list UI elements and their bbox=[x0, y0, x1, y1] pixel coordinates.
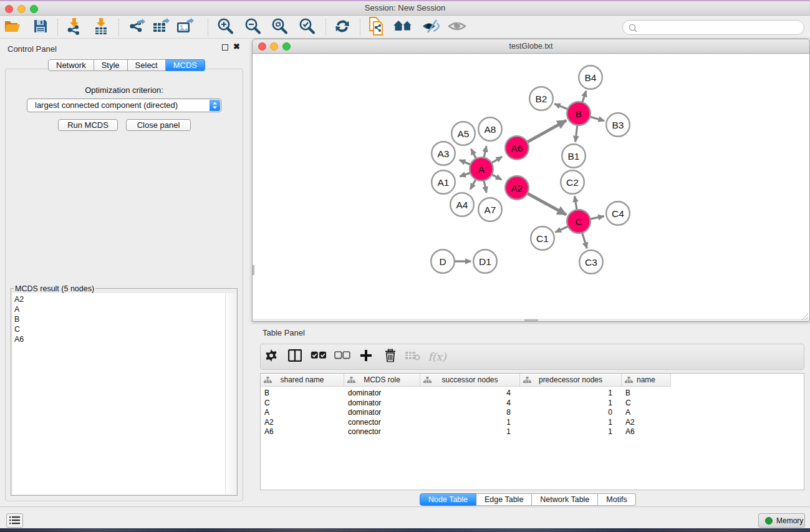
column-header-name[interactable]: name bbox=[622, 374, 671, 386]
network-canvas[interactable]: AA1A2A3A4A5A6A7A8BB1B2B3B4CC1C2C3C4DD1 bbox=[253, 54, 809, 320]
table-tab-motifs[interactable]: Motifs bbox=[598, 493, 635, 506]
mcds-result-item[interactable]: A6 bbox=[12, 334, 226, 344]
export-table-icon[interactable] bbox=[152, 18, 170, 37]
edge-B-B4[interactable] bbox=[582, 91, 586, 102]
zoom-out-icon[interactable] bbox=[244, 17, 261, 37]
table-row-A[interactable]: Adominator80A bbox=[261, 408, 804, 418]
optimization-criterion-value: largest connected component (directed) bbox=[35, 100, 178, 110]
memory-button[interactable]: Memory bbox=[758, 513, 805, 528]
table-row-B[interactable]: Bdominator41B bbox=[261, 389, 804, 399]
edge-B-B2[interactable] bbox=[554, 104, 567, 109]
table-panel-tabs: Node TableEdge TableNetwork TableMotifs bbox=[420, 493, 636, 506]
edge-A-A1[interactable] bbox=[460, 173, 470, 177]
network-vscrollbar-thumb[interactable] bbox=[253, 265, 254, 275]
mcds-result-list[interactable]: A2ABCA6 bbox=[12, 293, 226, 494]
export-image-icon[interactable] bbox=[176, 18, 195, 37]
node-label-B3: B3 bbox=[612, 120, 624, 130]
refresh-icon[interactable] bbox=[334, 18, 350, 37]
run-mcds-button[interactable]: Run MCDS bbox=[58, 119, 118, 131]
tab-style[interactable]: Style bbox=[94, 59, 128, 71]
edge-C-C3[interactable] bbox=[582, 233, 587, 248]
mcds-result-scrollbar[interactable] bbox=[225, 293, 236, 494]
control-panel-close-icon[interactable]: ✖ bbox=[233, 42, 240, 51]
open-session-icon[interactable] bbox=[4, 19, 21, 36]
edge-A-A5[interactable] bbox=[471, 149, 476, 158]
delete-table-icon[interactable] bbox=[405, 351, 420, 363]
edge-B-B1[interactable] bbox=[576, 125, 577, 142]
table-row-C[interactable]: Cdominator41C bbox=[261, 399, 804, 409]
minimize-window-button[interactable] bbox=[17, 5, 26, 13]
table-tab-network-table[interactable]: Network Table bbox=[532, 493, 598, 506]
column-header-shared-name[interactable]: shared name bbox=[261, 374, 344, 386]
cell: A bbox=[261, 408, 344, 418]
edge-A2-C[interactable] bbox=[528, 193, 566, 215]
table-tab-edge-table[interactable]: Edge Table bbox=[476, 493, 532, 506]
column-header-MCDS-role[interactable]: MCDS role bbox=[344, 374, 420, 386]
edge-C-C4[interactable] bbox=[590, 216, 604, 220]
network-close-button[interactable] bbox=[258, 42, 266, 51]
show-eye-icon[interactable] bbox=[448, 19, 466, 36]
export-network-icon[interactable] bbox=[128, 18, 146, 37]
task-history-button[interactable] bbox=[6, 513, 23, 528]
table-row-A6[interactable]: A6connector11A6 bbox=[261, 427, 804, 437]
deselect-all-rows-icon[interactable] bbox=[334, 351, 350, 362]
control-panel-float-icon[interactable] bbox=[222, 44, 228, 51]
zoom-selected-icon[interactable] bbox=[298, 17, 316, 37]
mcds-result-item[interactable]: A2 bbox=[12, 294, 226, 304]
edge-C-C2[interactable] bbox=[575, 196, 577, 210]
node-label-B4: B4 bbox=[585, 72, 597, 83]
tab-network[interactable]: Network bbox=[48, 59, 94, 71]
table-row-A2[interactable]: A2connector11A2 bbox=[261, 418, 804, 428]
network-window-titlebar[interactable]: testGlobe.txt bbox=[253, 39, 809, 54]
maximize-window-button[interactable] bbox=[30, 5, 38, 13]
close-panel-button[interactable]: Close panel bbox=[126, 119, 191, 131]
column-header-predecessor-nodes[interactable]: predecessor nodes bbox=[520, 374, 622, 386]
tab-mcds[interactable]: MCDS bbox=[166, 59, 205, 71]
close-window-button[interactable] bbox=[5, 5, 13, 13]
delete-column-icon[interactable] bbox=[385, 349, 396, 365]
clone-network-icon[interactable] bbox=[369, 17, 385, 38]
add-column-icon[interactable] bbox=[360, 350, 372, 364]
tab-select[interactable]: Select bbox=[128, 59, 166, 71]
import-network-icon[interactable] bbox=[66, 17, 82, 37]
table-settings-icon[interactable] bbox=[265, 349, 277, 364]
control-panel-title: Control Panel bbox=[7, 44, 57, 54]
network-maximize-button[interactable] bbox=[282, 42, 291, 51]
table-columns-icon[interactable] bbox=[288, 349, 302, 364]
edge-A6-B[interactable] bbox=[527, 120, 566, 142]
cell: dominator bbox=[344, 399, 420, 409]
edge-A-A2[interactable] bbox=[492, 175, 502, 180]
zoom-fit-icon[interactable] bbox=[271, 17, 288, 37]
save-session-icon[interactable] bbox=[33, 19, 48, 36]
main-toolbar bbox=[0, 16, 810, 39]
mcds-result-item[interactable]: A bbox=[12, 304, 226, 314]
optimization-criterion-label: Optimization criterion: bbox=[6, 85, 243, 95]
edge-A-A6[interactable] bbox=[491, 157, 502, 163]
select-all-rows-icon[interactable] bbox=[311, 351, 327, 362]
edge-A-A3[interactable] bbox=[460, 160, 471, 165]
function-builder-icon[interactable]: f(x) bbox=[428, 351, 446, 363]
mcds-result-item[interactable]: C bbox=[12, 324, 226, 334]
column-header-successor-nodes[interactable]: successor nodes bbox=[420, 374, 520, 386]
zoom-in-icon[interactable] bbox=[216, 17, 234, 37]
edge-C-C1[interactable] bbox=[556, 226, 568, 232]
edge-A-A4[interactable] bbox=[470, 180, 476, 190]
edge-B-B3[interactable] bbox=[590, 117, 604, 121]
hide-eye-icon[interactable] bbox=[422, 19, 440, 36]
edge-A-A8[interactable] bbox=[484, 146, 486, 157]
edge-A-A7[interactable] bbox=[484, 180, 486, 192]
mcds-result-item[interactable]: B bbox=[12, 314, 226, 324]
import-table-icon[interactable] bbox=[94, 17, 108, 37]
cell: A6 bbox=[622, 427, 671, 437]
network-hscrollbar-thumb[interactable] bbox=[524, 319, 538, 321]
resize-grip-icon[interactable] bbox=[801, 313, 809, 321]
home-view-icon[interactable] bbox=[393, 19, 413, 36]
network-minimize-button[interactable] bbox=[270, 42, 278, 51]
search-icon bbox=[629, 24, 637, 32]
node-label-A1: A1 bbox=[438, 177, 450, 188]
node-label-A7: A7 bbox=[485, 205, 496, 215]
table-tab-node-table[interactable]: Node Table bbox=[420, 493, 476, 506]
search-input[interactable] bbox=[622, 20, 804, 35]
optimization-criterion-select[interactable]: largest connected component (directed) bbox=[27, 99, 221, 112]
node-label-A8: A8 bbox=[485, 124, 496, 135]
